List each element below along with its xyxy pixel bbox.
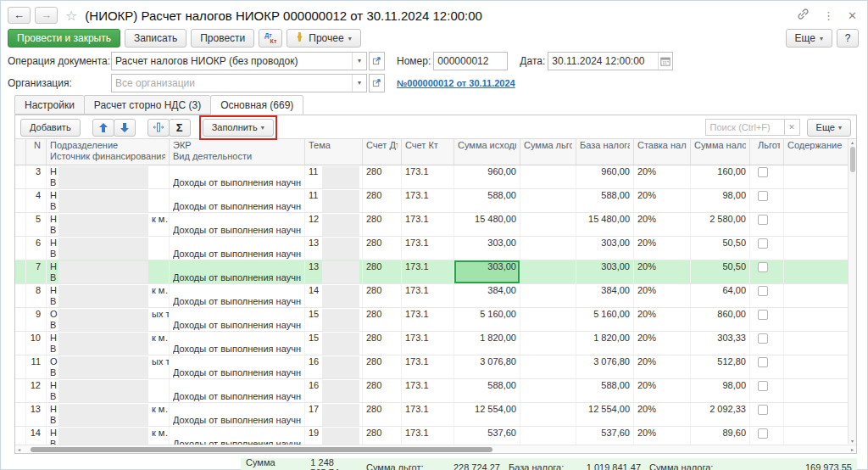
- base-cell[interactable]: 384,00: [576, 284, 633, 307]
- theme-cell[interactable]: 13: [304, 260, 362, 283]
- activity-cell[interactable]: Доходы от выполнения научных иссле…: [169, 427, 304, 445]
- base-cell[interactable]: 15 480,00: [576, 213, 633, 236]
- credit-cell[interactable]: 173.1: [401, 189, 453, 212]
- activity-cell[interactable]: Доходы от выполнения научных иссле…: [169, 308, 304, 331]
- activity-cell[interactable]: Доходы от выполнения научных иссле…: [169, 213, 304, 236]
- rate-cell[interactable]: 20%: [633, 427, 690, 445]
- lgota-cell[interactable]: [749, 260, 783, 283]
- content-cell[interactable]: [783, 403, 856, 426]
- benefit-cell[interactable]: [520, 355, 576, 378]
- lgota-cell[interactable]: [749, 427, 783, 445]
- benefit-cell[interactable]: [520, 403, 576, 426]
- lgota-cell[interactable]: [749, 355, 783, 378]
- benefit-cell[interactable]: [520, 165, 576, 188]
- rate-cell[interactable]: 20%: [633, 355, 690, 378]
- tax-cell[interactable]: 2 092,33: [690, 403, 749, 426]
- vertical-scroll-thumb[interactable]: [850, 147, 855, 172]
- activity-cell[interactable]: Доходы от выполнения научных иссле…: [169, 189, 304, 212]
- content-cell[interactable]: [783, 355, 856, 378]
- theme-cell[interactable]: 16: [304, 355, 362, 378]
- benefit-checkbox[interactable]: [758, 167, 768, 177]
- debit-cell[interactable]: 280: [362, 308, 401, 331]
- scroll-left-icon[interactable]: ◂: [18, 446, 20, 452]
- theme-cell[interactable]: 13: [304, 237, 362, 260]
- scroll-down-icon[interactable]: ▾: [851, 438, 854, 444]
- clear-search-icon[interactable]: ✕: [785, 119, 800, 136]
- rate-cell[interactable]: 20%: [633, 165, 690, 188]
- benefit-checkbox[interactable]: [758, 286, 768, 296]
- credit-cell[interactable]: 173.1: [401, 379, 453, 402]
- debit-cell[interactable]: 280: [362, 189, 401, 212]
- debit-cell[interactable]: 280: [362, 237, 401, 260]
- header-lgota[interactable]: Льгота: [749, 139, 783, 165]
- rate-cell[interactable]: 20%: [633, 260, 690, 283]
- amount-cell[interactable]: 537,60: [453, 427, 520, 445]
- other-menu-button[interactable]: Прочее ▾: [287, 29, 360, 48]
- rate-cell[interactable]: 20%: [633, 213, 690, 236]
- benefit-checkbox[interactable]: [758, 428, 768, 439]
- organization-input[interactable]: [112, 75, 352, 92]
- department-cell[interactable]: НВ: [46, 189, 169, 212]
- amount-cell[interactable]: 588,00: [453, 189, 520, 212]
- header-benefit[interactable]: Сумма льгот: [520, 139, 576, 165]
- vertical-scrollbar[interactable]: ▴ ▾: [848, 139, 856, 444]
- base-cell[interactable]: 12 554,00: [576, 403, 633, 426]
- benefit-checkbox[interactable]: [758, 357, 768, 367]
- number-input[interactable]: [433, 52, 508, 70]
- debit-cell[interactable]: 280: [362, 379, 401, 402]
- content-cell[interactable]: [783, 213, 856, 236]
- base-cell[interactable]: 1 820,00: [576, 332, 633, 355]
- theme-cell[interactable]: 14: [304, 284, 362, 307]
- benefit-cell[interactable]: [520, 332, 576, 355]
- credit-cell[interactable]: 173.1: [401, 427, 453, 445]
- debit-cell[interactable]: 280: [362, 403, 401, 426]
- content-cell[interactable]: [783, 427, 856, 445]
- benefit-cell[interactable]: [520, 427, 576, 445]
- tax-cell[interactable]: 303,33: [690, 332, 749, 355]
- lgota-cell[interactable]: [749, 189, 783, 212]
- table-row[interactable]: 11Оых т…ВДоходы от выполнения научных ис…: [15, 355, 856, 379]
- post-button[interactable]: Провести: [191, 29, 254, 48]
- amount-cell[interactable]: 15 480,00: [453, 213, 520, 236]
- more-dots-icon[interactable]: ⋮: [823, 9, 834, 22]
- theme-cell[interactable]: 15: [304, 332, 362, 355]
- department-cell[interactable]: НВ: [46, 260, 169, 283]
- horizontal-scroll-thumb[interactable]: [31, 447, 492, 452]
- benefit-cell[interactable]: [520, 189, 576, 212]
- content-cell[interactable]: [783, 284, 856, 307]
- benefit-cell[interactable]: [520, 260, 576, 283]
- rate-cell[interactable]: 20%: [633, 189, 690, 212]
- lgota-cell[interactable]: [749, 213, 783, 236]
- activity-cell[interactable]: Доходы от выполнения научных иссле…: [169, 165, 304, 188]
- horizontal-scrollbar[interactable]: ◂ ▸: [15, 445, 856, 453]
- content-cell[interactable]: [783, 237, 856, 260]
- table-row[interactable]: 12НВДоходы от выполнения научных иссле…1…: [15, 379, 856, 403]
- benefit-checkbox[interactable]: [758, 405, 768, 415]
- credit-cell[interactable]: 173.1: [401, 237, 453, 260]
- amount-cell[interactable]: 1 820,00: [453, 332, 520, 355]
- tax-cell[interactable]: 2 580,00: [690, 213, 749, 236]
- theme-cell[interactable]: 11: [304, 189, 362, 212]
- write-button[interactable]: Записать: [125, 29, 186, 48]
- department-cell[interactable]: НВ: [46, 165, 169, 188]
- registrator-link[interactable]: №000000012 от 30.11.2024: [397, 78, 515, 88]
- activity-cell[interactable]: Доходы от выполнения научных иссле…: [169, 355, 304, 378]
- rate-cell[interactable]: 20%: [633, 332, 690, 355]
- tax-cell[interactable]: 860,00: [690, 308, 749, 331]
- content-cell[interactable]: [783, 308, 856, 331]
- benefit-checkbox[interactable]: [758, 262, 768, 272]
- header-content[interactable]: Содержание: [783, 139, 856, 165]
- benefit-checkbox[interactable]: [758, 381, 768, 391]
- favorite-star-icon[interactable]: ☆: [65, 8, 77, 24]
- dtkt-button[interactable]: Дт Кт: [259, 29, 282, 48]
- operation-input[interactable]: [112, 53, 352, 70]
- rate-cell[interactable]: 20%: [633, 284, 690, 307]
- rate-cell[interactable]: 20%: [633, 308, 690, 331]
- base-cell[interactable]: 588,00: [576, 379, 633, 402]
- table-row[interactable]: 6НВДоходы от выполнения научных иссле…13…: [15, 237, 856, 260]
- back-button[interactable]: ←: [8, 7, 31, 24]
- department-cell[interactable]: Оых т…В: [46, 355, 169, 378]
- activity-cell[interactable]: Доходы от выполнения научных иссле…: [169, 237, 304, 260]
- base-cell[interactable]: 3 076,80: [576, 355, 633, 378]
- header-credit[interactable]: Счет Кт: [401, 139, 453, 165]
